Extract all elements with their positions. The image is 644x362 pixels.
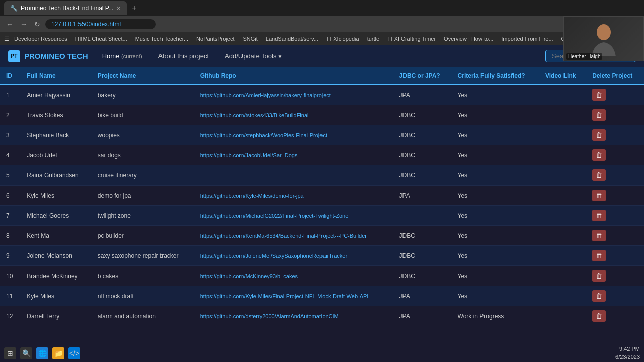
nav-add-update[interactable]: Add/Update Tools▼ (221, 50, 286, 62)
cell-criteria: Yes (452, 266, 539, 286)
delete-button[interactable]: 🗑 (592, 290, 606, 302)
nav-home[interactable]: Home (current) (98, 50, 146, 62)
col-fullname: Full Name (21, 67, 92, 85)
cell-delete: 🗑 (586, 85, 644, 105)
cell-project: saxy saxophone repair tracker (92, 246, 194, 266)
bookmark-music[interactable]: Music Tech Teacher... (132, 35, 191, 43)
active-tab[interactable]: 🔧 Promineo Tech Back-End Final P... ✕ (4, 1, 127, 15)
col-id: ID (0, 67, 21, 85)
col-project: Project Name (92, 67, 194, 85)
table-row: 1 Amier Hajyassin bakery https://github.… (0, 85, 644, 105)
cell-id: 4 (0, 145, 21, 165)
cell-id: 12 (0, 306, 21, 326)
cell-repo: https://github.com/tstokes433/BikeBuildF… (194, 105, 393, 125)
cell-delete: 🗑 (586, 266, 644, 286)
cell-name: Amier Hajyassin (21, 85, 92, 105)
cell-name: Jolene Melanson (21, 246, 92, 266)
cell-project: bike build (92, 105, 194, 125)
repo-link[interactable]: https://github.com/Kyle-Miles/Final-Proj… (200, 293, 369, 299)
new-tab-button[interactable]: + (129, 4, 139, 13)
cell-name: Stephanie Back (21, 125, 92, 145)
delete-button[interactable]: 🗑 (592, 190, 606, 201)
taskbar-explorer-icon[interactable]: 📁 (52, 347, 64, 359)
repo-link[interactable]: https://github.com/AmierHajyassin/bakery… (200, 92, 331, 98)
delete-button[interactable]: 🗑 (592, 210, 606, 221)
cell-delete: 🗑 (586, 105, 644, 125)
table-row: 4 Jacob Udel sar dogs https://github.com… (0, 145, 644, 165)
cell-criteria: Yes (452, 105, 539, 125)
cell-project: demo for jpa (92, 186, 194, 206)
cell-repo: https://github.com/MichaelG2022/Final-Pr… (194, 206, 393, 226)
cell-name: Darrell Terry (21, 306, 92, 326)
cell-project: nfl mock draft (92, 286, 194, 306)
repo-link[interactable]: https://github.com/MichaelG2022/Final-Pr… (200, 213, 349, 219)
cell-video (539, 145, 586, 165)
back-button[interactable]: ← (4, 19, 15, 29)
browser-chrome: 🔧 Promineo Tech Back-End Final P... ✕ + … (0, 0, 644, 45)
cell-id: 9 (0, 246, 21, 266)
bookmark-nopants[interactable]: NoPantsProject (193, 35, 237, 43)
cell-name: Kyle Miles (21, 186, 92, 206)
cell-repo: https://github.com/JacobUdel/Sar_Dogs (194, 145, 393, 165)
bookmark-developer[interactable]: Developer Resources (11, 35, 70, 43)
brand: PT PROMINEO TECH (8, 50, 88, 62)
navbar: PT PROMINEO TECH Home (current) About th… (0, 45, 644, 67)
cell-jdbcjpa: JDBC (393, 226, 452, 246)
bookmark-imported[interactable]: Imported From Fire... (498, 35, 556, 43)
bookmark-overview[interactable]: Overview | How to... (441, 35, 496, 43)
col-video: Video Link (539, 67, 586, 85)
delete-button[interactable]: 🗑 (592, 250, 606, 261)
delete-button[interactable]: 🗑 (592, 109, 606, 121)
trash-icon: 🗑 (596, 91, 602, 99)
repo-link[interactable]: https://github.com/JacobUdel/Sar_Dogs (200, 152, 298, 158)
cell-jdbcjpa: JDBC (393, 145, 452, 165)
repo-link[interactable]: https://github.com/KentMa-6534/Backend-F… (200, 233, 367, 239)
repo-link[interactable]: https://github.com/Kyle-Miles/demo-for-j… (200, 193, 304, 199)
delete-button[interactable]: 🗑 (592, 230, 606, 241)
repo-link[interactable]: https://github.com/tstokes433/BikeBuildF… (200, 112, 309, 118)
cell-repo: https://github.com/AmierHajyassin/bakery… (194, 85, 393, 105)
trash-icon: 🗑 (596, 312, 602, 320)
bookmark-ffxi[interactable]: FFXIclopedia (324, 35, 362, 43)
forward-button[interactable]: → (18, 19, 29, 29)
table-row: 7 Michael Goeres twilight zone https://g… (0, 206, 644, 226)
cell-repo: https://github.com/KentMa-6534/Backend-F… (194, 226, 393, 246)
cell-id: 8 (0, 226, 21, 246)
delete-button[interactable]: 🗑 (592, 310, 606, 322)
cell-id: 10 (0, 266, 21, 286)
delete-button[interactable]: 🗑 (592, 89, 606, 101)
repo-link[interactable]: https://github.com/McKinney93/b_cakes (200, 273, 298, 279)
cell-repo: https://github.com/Kyle-Miles/demo-for-j… (194, 186, 393, 206)
bookmark-crafting[interactable]: FFXI Crafting Timer (384, 35, 439, 43)
delete-button[interactable]: 🗑 (592, 149, 606, 161)
cell-delete: 🗑 (586, 306, 644, 326)
trash-icon: 🗑 (596, 212, 602, 219)
taskbar-vscode-icon[interactable]: </> (68, 347, 80, 359)
bookmark-landsand[interactable]: LandSandBoat/serv... (263, 35, 321, 43)
address-bar: ← → ↻ 127.0.0.1:5500/index.html (0, 16, 644, 32)
cell-criteria: Yes (452, 206, 539, 226)
trash-icon: 🗑 (596, 192, 602, 199)
repo-link[interactable]: https://github.com/dsterry2000/AlarmAndA… (200, 313, 339, 319)
delete-button[interactable]: 🗑 (592, 270, 606, 282)
repo-link[interactable]: https://github.com/JoleneMel/SaxySaxopho… (200, 253, 347, 259)
bookmark-html[interactable]: HTML Cheat Sheet... (72, 35, 130, 43)
trash-icon: 🗑 (596, 292, 602, 300)
projects-table: ID Full Name Project Name Github Repo JD… (0, 67, 644, 326)
start-button[interactable]: ⊞ (4, 347, 16, 359)
cell-delete: 🗑 (586, 145, 644, 165)
table-body: 1 Amier Hajyassin bakery https://github.… (0, 85, 644, 326)
url-box[interactable]: 127.0.0.1:5500/index.html (45, 19, 156, 29)
tab-close-button[interactable]: ✕ (116, 5, 121, 12)
search-taskbar-button[interactable]: 🔍 (20, 347, 32, 359)
bookmark-sngit[interactable]: SNGit (240, 35, 261, 43)
reload-button[interactable]: ↻ (32, 19, 42, 29)
repo-link[interactable]: https://github.com/stephback/WooPies-Fin… (200, 132, 327, 138)
nav-about[interactable]: About this project (154, 50, 213, 62)
bookmark-turtle[interactable]: turtle (364, 35, 382, 43)
trash-icon: 🗑 (596, 151, 602, 159)
delete-button[interactable]: 🗑 (592, 169, 606, 181)
cell-jdbcjpa (393, 206, 452, 226)
taskbar-browser-icon[interactable]: 🌐 (36, 347, 48, 359)
delete-button[interactable]: 🗑 (592, 129, 606, 141)
